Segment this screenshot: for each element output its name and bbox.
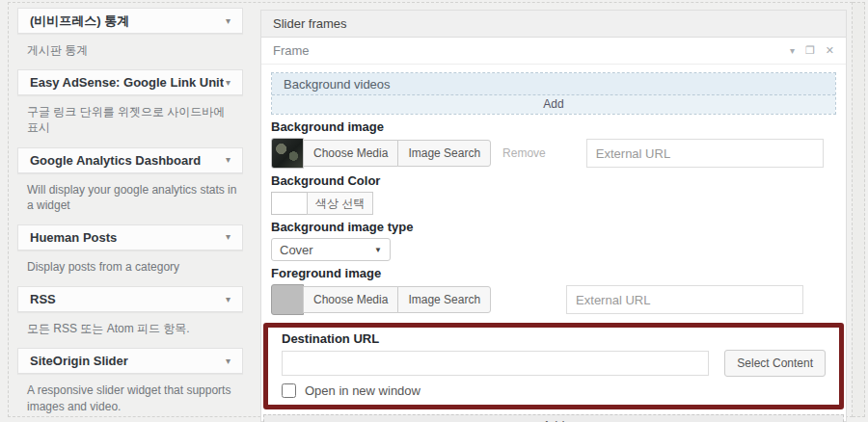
open-new-window-row: Open in new window (282, 383, 826, 398)
foreground-image-row: Choose Media Image Search (271, 284, 836, 315)
chevron-down-icon[interactable]: ▾ (226, 356, 231, 366)
background-color-row: 색상 선택 (271, 192, 836, 215)
image-search-button[interactable]: Image Search (397, 140, 491, 167)
widget-title: Google Analytics Dashboard (30, 153, 201, 168)
panel-title: Slider frames (273, 16, 347, 31)
sidebar-item-bbpress-stats[interactable]: (비비프레스) 통계 ▾ (17, 8, 243, 34)
sidebar-item-rss[interactable]: RSS ▾ (17, 286, 243, 312)
background-image-type-label: Background image type (271, 220, 836, 234)
chevron-down-icon[interactable]: ▾ (226, 16, 231, 26)
foreground-image-label: Foreground image (271, 266, 836, 280)
open-new-window-label: Open in new window (305, 383, 420, 398)
remove-link[interactable]: Remove (502, 146, 546, 160)
chevron-down-icon[interactable]: ▾ (790, 46, 795, 56)
background-image-type-select[interactable]: Cover ▼ (271, 238, 391, 261)
widget-title: SiteOrigin Slider (30, 354, 128, 368)
destination-url-row: Select Content (282, 350, 826, 377)
chevron-down-icon[interactable]: ▾ (226, 78, 231, 88)
frame-add-button[interactable]: Add (263, 414, 844, 422)
image-search-button[interactable]: Image Search (397, 286, 491, 313)
slider-frames-panel: Slider frames Frame ▾ ❐ ✕ Background vid… (260, 10, 847, 422)
select-arrow-icon: ▼ (374, 246, 382, 254)
widget-description: Display posts from a category (27, 259, 239, 275)
chevron-down-icon[interactable]: ▾ (226, 295, 231, 304)
widget-title: RSS (30, 292, 56, 306)
widget-description: 모든 RSS 또는 Atom 피드 항목. (27, 321, 239, 336)
widget-description: 게시판 통계 (27, 42, 239, 58)
widgets-screen: (비비프레스) 통계 ▾ 게시판 통계 Easy AdSense: Google… (0, 0, 868, 422)
background-videos-header[interactable]: Background videos (272, 73, 835, 94)
background-image-row: Choose Media Image Search Remove (271, 138, 836, 169)
destination-url-highlight: Destination URL Select Content Open in n… (263, 323, 844, 409)
background-videos-repeater: Background videos Add (271, 72, 836, 115)
right-placeholder-strip (853, 2, 865, 417)
foreground-external-url-input[interactable] (566, 285, 803, 314)
chevron-down-icon[interactable]: ▾ (226, 155, 231, 165)
sidebar-item-siteorigin-slider[interactable]: SiteOrigin Slider ▾ (17, 348, 243, 374)
sidebar-item-google-analytics[interactable]: Google Analytics Dashboard ▾ (17, 147, 243, 173)
panel-header: Slider frames (261, 11, 846, 38)
sidebar-item-easy-adsense[interactable]: Easy AdSense: Google Link Unit ▾ (17, 69, 243, 95)
frame-header[interactable]: Frame ▾ ❐ ✕ (261, 38, 846, 65)
choose-media-button[interactable]: Choose Media (303, 140, 398, 167)
widget-title: (비비프레스) 통계 (30, 13, 129, 30)
frame-title: Frame (273, 43, 310, 58)
frame-actions: ▾ ❐ ✕ (790, 45, 834, 56)
selected-option: Cover (280, 243, 313, 257)
background-color-label: Background Color (271, 173, 836, 188)
chevron-down-icon[interactable]: ▾ (226, 232, 231, 242)
background-videos-title: Background videos (284, 77, 391, 92)
destination-url-label: Destination URL (282, 331, 826, 346)
choose-media-button[interactable]: Choose Media (303, 286, 398, 313)
color-picker-button[interactable]: 색상 선택 (307, 192, 373, 215)
widget-description: Will display your google analytics stats… (27, 182, 239, 213)
widget-description: 구글 링크 단위를 위젯으로 사이드바에 표시 (27, 104, 239, 135)
destination-url-input[interactable] (282, 351, 709, 376)
background-external-url-input[interactable] (586, 139, 824, 168)
select-content-button[interactable]: Select Content (724, 350, 826, 377)
open-new-window-checkbox[interactable] (282, 383, 296, 398)
widget-sidebar: (비비프레스) 통계 ▾ 게시판 통계 Easy AdSense: Google… (17, 8, 243, 422)
frame-form: Background videos Add Background image C… (261, 65, 846, 422)
color-swatch[interactable] (271, 192, 308, 215)
widget-title: Easy AdSense: Google Link Unit (30, 75, 224, 90)
foreground-image-thumbnail[interactable] (271, 284, 304, 315)
close-icon[interactable]: ✕ (826, 45, 834, 56)
background-image-thumbnail[interactable] (271, 138, 304, 169)
background-videos-add-button[interactable]: Add (272, 94, 835, 114)
background-image-label: Background image (271, 119, 836, 134)
sidebar-item-hueman-posts[interactable]: Hueman Posts ▾ (17, 224, 243, 251)
duplicate-icon[interactable]: ❐ (805, 45, 815, 56)
widget-title: Hueman Posts (30, 230, 117, 245)
widget-description: A responsive slider widget that supports… (27, 382, 239, 413)
